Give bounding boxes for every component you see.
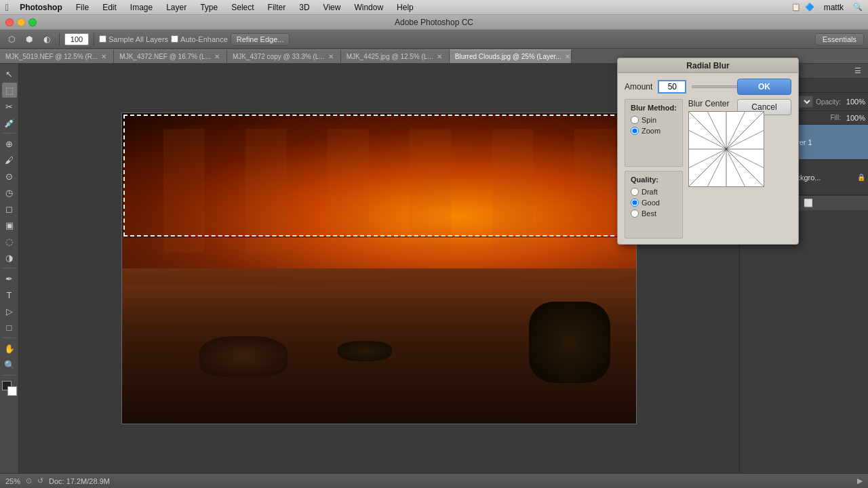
- menu-type[interactable]: Type: [195, 1, 223, 14]
- panel-menu-icon[interactable]: ☰: [852, 65, 864, 77]
- svg-line-7: [726, 149, 764, 168]
- color-picker[interactable]: [2, 381, 17, 396]
- tool-history[interactable]: ◷: [2, 185, 17, 200]
- apple-menu[interactable]: : [5, 2, 9, 13]
- titlebar: Adobe Photoshop CC: [0, 15, 868, 30]
- tool-blur[interactable]: ◌: [2, 234, 17, 249]
- search-icon-menu[interactable]: 🔍: [853, 3, 863, 12]
- menu-filter[interactable]: Filter: [262, 1, 292, 14]
- good-radio-row: Good: [631, 199, 677, 207]
- doc-info: Doc: 17.2M/28.9M: [49, 477, 110, 485]
- tab-0[interactable]: MJK_5019.NEF @ 12.5% (R... ✕: [0, 49, 114, 63]
- tab-3-close[interactable]: ✕: [437, 54, 442, 60]
- dialog-titlebar: Radial Blur: [618, 58, 798, 73]
- radial-blur-dialog: Radial Blur OK Cancel Amount Blur Method…: [617, 58, 799, 245]
- svg-line-16: [698, 121, 726, 149]
- good-radio[interactable]: [631, 199, 639, 207]
- menu-file[interactable]: File: [71, 1, 94, 14]
- wifi-icon: 🔷: [805, 3, 814, 12]
- menu-photoshop[interactable]: Photoshop: [14, 1, 68, 14]
- tool-eraser[interactable]: ◻: [2, 201, 17, 216]
- tool-pen[interactable]: ✒: [2, 271, 17, 286]
- tab-2-close[interactable]: ✕: [328, 54, 334, 60]
- menu-help[interactable]: Help: [391, 1, 419, 14]
- tab-2[interactable]: MJK_4372 copy @ 33.3% (L... ✕: [227, 49, 341, 63]
- ok-button[interactable]: OK: [737, 79, 791, 95]
- left-options: Blur Method: Spin Zoom Quality: D: [625, 99, 683, 239]
- tool-crop[interactable]: ✂: [2, 99, 17, 114]
- toolbox-sep-3: [3, 338, 16, 338]
- blur-center-svg: [689, 112, 764, 186]
- best-radio-row: Best: [631, 209, 677, 218]
- svg-line-18: [698, 149, 726, 177]
- playback-icon[interactable]: ▶: [857, 476, 863, 485]
- tab-1-label: MJK_4372.NEF @ 16.7% (L...: [119, 53, 211, 60]
- rocks-2: [338, 341, 392, 361]
- tab-4-close[interactable]: ✕: [565, 54, 570, 60]
- essentials-button[interactable]: Essentials: [815, 33, 864, 45]
- menu-edit[interactable]: Edit: [97, 1, 122, 14]
- mask-button[interactable]: ⬜: [802, 197, 814, 209]
- tab-1-close[interactable]: ✕: [214, 54, 220, 60]
- amount-input[interactable]: [658, 80, 686, 94]
- toolbox-sep-1: [3, 133, 16, 134]
- tool-brush[interactable]: 🖌: [2, 152, 17, 167]
- dialog-buttons: OK Cancel: [737, 79, 791, 115]
- tool-zoom[interactable]: 🔍: [2, 357, 17, 372]
- tool-hand[interactable]: ✋: [2, 341, 17, 356]
- menu-layer[interactable]: Layer: [161, 1, 192, 14]
- draft-radio[interactable]: [631, 188, 639, 196]
- tab-1[interactable]: MJK_4372.NEF @ 16.7% (L... ✕: [114, 49, 227, 63]
- tool-move[interactable]: ↖: [2, 66, 17, 81]
- zoom-radio[interactable]: [631, 127, 639, 135]
- brush-size-box: 100: [64, 33, 89, 45]
- auto-enhance-label: Auto-Enhance: [180, 35, 228, 43]
- menu-image[interactable]: Image: [125, 1, 158, 14]
- tab-0-close[interactable]: ✕: [101, 54, 106, 60]
- tool-lasso[interactable]: ⬚: [2, 83, 17, 98]
- menu-view[interactable]: View: [318, 1, 347, 14]
- spin-radio[interactable]: [631, 116, 639, 124]
- sample-all-layers-group: Sample All Layers: [99, 35, 168, 43]
- tool-dodge[interactable]: ◑: [2, 250, 17, 265]
- notification-icon: 📋: [791, 3, 801, 12]
- menu-window[interactable]: Window: [349, 1, 389, 14]
- amount-label: Amount: [625, 82, 652, 92]
- blur-center-canvas[interactable]: [688, 111, 764, 187]
- background-color[interactable]: [7, 386, 17, 396]
- svg-line-13: [689, 149, 726, 168]
- tool-shape[interactable]: □: [2, 320, 17, 335]
- toolbox: ↖ ⬚ ✂ 💉 ⊕ 🖌 ⊙ ◷ ◻ ▣ ◌ ◑ ✒ T ▷ □ ✋ 🔍: [0, 64, 19, 473]
- dialog-middle: Blur Method: Spin Zoom Quality: D: [625, 99, 791, 239]
- close-button[interactable]: [5, 18, 14, 26]
- toolbar-sep-1: [59, 33, 60, 45]
- svg-line-9: [726, 149, 745, 186]
- maximize-button[interactable]: [28, 18, 37, 26]
- tool-stamp[interactable]: ⊙: [2, 169, 17, 184]
- blur-method-section: Blur Method: Spin Zoom: [625, 99, 683, 167]
- best-radio[interactable]: [631, 209, 639, 218]
- tool-heal[interactable]: ⊕: [2, 136, 17, 151]
- toolbox-sep-4: [3, 375, 16, 375]
- blur-method-title: Blur Method:: [631, 104, 677, 112]
- user-label[interactable]: mattk: [818, 1, 849, 14]
- tool-path[interactable]: ▷: [2, 304, 17, 319]
- auto-enhance-checkbox[interactable]: [171, 35, 178, 43]
- tool-gradient[interactable]: ▣: [2, 218, 17, 232]
- toolbar-tool-3[interactable]: ◐: [39, 32, 54, 47]
- menu-3d[interactable]: 3D: [294, 1, 315, 14]
- sample-all-layers-checkbox[interactable]: [99, 35, 106, 43]
- toolbar-tool-1[interactable]: ⬡: [4, 32, 19, 47]
- tool-type[interactable]: T: [2, 287, 17, 302]
- minimize-button[interactable]: [17, 18, 25, 26]
- toolbar-tool-2[interactable]: ⬢: [22, 32, 37, 47]
- svg-line-3: [726, 112, 745, 149]
- tab-3[interactable]: MJK_4425.jpg @ 12.5% (L... ✕: [341, 49, 450, 63]
- tab-4[interactable]: Blurred Clouds.jpg @ 25% (Layer... ✕: [450, 49, 572, 63]
- draft-label: Draft: [642, 188, 658, 196]
- tool-eyedropper[interactable]: 💉: [2, 115, 17, 130]
- layer-0-name: Layer 1: [787, 138, 865, 146]
- refine-edge-button[interactable]: Refine Edge...: [231, 33, 290, 45]
- zoom-label: Zoom: [642, 127, 660, 135]
- menu-select[interactable]: Select: [226, 1, 259, 14]
